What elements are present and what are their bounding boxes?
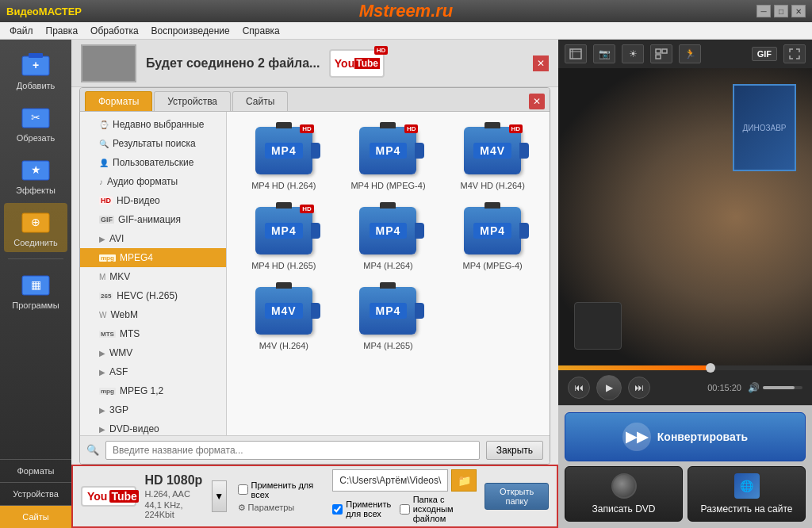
list-item-gif[interactable]: GIF GIF-анимация — [80, 210, 226, 229]
list-item-custom[interactable]: 👤 Пользовательские — [80, 153, 226, 172]
dialog-tab-formats[interactable]: Форматы — [85, 91, 152, 111]
list-item-mpeg12[interactable]: mpg MPEG 1,2 — [80, 381, 226, 400]
dialog-tab-devices[interactable]: Устройства — [154, 91, 231, 111]
dialog-tab-sites[interactable]: Сайты — [232, 91, 288, 111]
fullscreen-button[interactable] — [783, 44, 806, 63]
filter-tool-button[interactable] — [650, 44, 672, 63]
list-item-label: MPEG4 — [120, 252, 153, 263]
maximize-button[interactable]: □ — [774, 5, 788, 17]
format-name: HD 1080p — [144, 473, 203, 488]
format-item-mp4-h265[interactable]: MP4 HD MP4 HD (H.265) — [235, 200, 333, 274]
output-options: Применить для всех Папка с исходным файл… — [332, 495, 477, 523]
open-folder-button[interactable]: Открыть папку — [485, 483, 549, 510]
tube-text: Tube — [109, 490, 138, 503]
apply-all-checkbox[interactable] — [238, 484, 248, 495]
run-tool-button[interactable]: 🏃 — [679, 44, 701, 63]
source-folder-label: Папка с исходным файлом — [400, 495, 477, 523]
format-item-m4v-264-sd[interactable]: M4V M4V (H.264) — [235, 280, 333, 354]
hd-badge: HD — [509, 124, 523, 133]
format-icon: M4V — [252, 283, 316, 339]
format-item-mp4-mpeg4[interactable]: MP4 HD MP4 HD (MPEG-4) — [339, 120, 438, 193]
main-layout: + Добавить ✂ Обрезать ★ Эффекты — [0, 40, 812, 528]
movie-cover: ДИНОЗАВР — [733, 84, 796, 171]
content-area: Будет соединено 2 файла... You Tube HD ✕… — [71, 40, 558, 528]
sidebar-trim-button[interactable]: ✂ Обрезать — [4, 98, 67, 147]
brightness-tool-button[interactable]: ☀ — [622, 44, 644, 63]
dvd-button[interactable]: Записать DVD — [565, 466, 683, 522]
convert-button[interactable]: ▶▶ Конвертировать — [565, 412, 806, 461]
hd-badge: HD — [404, 124, 419, 133]
sidebar-join-button[interactable]: ⊕ Соединить — [4, 203, 67, 252]
gif-button[interactable]: GIF — [752, 47, 777, 61]
format-item-m4v-h264[interactable]: M4V HD M4V HD (H.264) — [443, 120, 542, 193]
crop-tool-button[interactable] — [565, 44, 587, 63]
menu-help[interactable]: Справка — [236, 24, 286, 38]
sidebar-effects-button[interactable]: ★ Эффекты — [4, 151, 67, 200]
title-bar: ВидеоМАСТЕР Mstreem.ru ─ □ ✕ — [0, 0, 812, 22]
sidebar-tab-formats[interactable]: Форматы — [0, 459, 71, 482]
format-sublabel: MP4 HD (H.264) — [251, 181, 316, 190]
website-button[interactable]: 🌐 Разместить на сайте — [688, 466, 806, 522]
folder-button[interactable]: 📁 — [451, 469, 477, 492]
format-dropdown-button[interactable]: ▼ — [212, 480, 227, 512]
menu-play[interactable]: Воспроизведение — [145, 24, 236, 38]
play-button[interactable]: ▶ — [596, 375, 622, 400]
apply-output-checkbox[interactable] — [332, 504, 343, 515]
minimize-button[interactable]: ─ — [756, 5, 771, 17]
camera-tool-button[interactable]: 📷 — [593, 44, 615, 63]
menu-process[interactable]: Обработка — [84, 24, 145, 38]
sidebar-tab-sites[interactable]: Сайты — [0, 505, 71, 528]
list-item-webm[interactable]: W WebM — [80, 305, 226, 324]
format-item-mp4-265-sd[interactable]: MP4 MP4 (H.265) — [339, 280, 438, 354]
list-item-mkv[interactable]: M MKV — [80, 267, 226, 286]
close-dialog-button[interactable]: Закрыть — [486, 441, 543, 460]
list-item-avi[interactable]: ▶ AVI — [80, 229, 226, 248]
list-item-audio[interactable]: ♪ Аудио форматы — [80, 172, 226, 191]
menu-file[interactable]: Файл — [3, 24, 40, 38]
format-specs-2: 44,1 KHz, 224Kbit — [144, 500, 203, 519]
search-input[interactable] — [105, 441, 480, 460]
list-item-hevc[interactable]: 265 HEVC (H.265) — [80, 286, 226, 305]
list-item-search[interactable]: 🔍 Результаты поиска — [80, 134, 226, 153]
sidebar-divider — [8, 258, 63, 259]
sidebar-tab-devices[interactable]: Устройства — [0, 482, 71, 505]
programs-icon: ▦ — [20, 270, 52, 299]
format-item-mp4-h264[interactable]: MP4 HD MP4 HD (H.264) — [235, 120, 333, 193]
list-item-label: HD-видео — [117, 195, 160, 206]
list-item-mts[interactable]: MTS MTS — [80, 324, 226, 343]
format-item-mp4-mpeg4-sd[interactable]: MP4 MP4 (MPEG-4) — [443, 200, 542, 274]
website-icon: 🌐 — [734, 473, 760, 499]
svg-text:▦: ▦ — [31, 278, 41, 291]
format-item-mp4-264[interactable]: MP4 MP4 (H.264) — [339, 200, 438, 274]
secondary-actions: Записать DVD 🌐 Разместить на сайте — [565, 466, 806, 522]
list-item-asf[interactable]: ▶ ASF — [80, 362, 226, 381]
menu-edit[interactable]: Правка — [40, 24, 85, 38]
svg-text:+: + — [33, 59, 39, 71]
volume-track[interactable] — [763, 386, 802, 389]
dvd-icon — [611, 473, 637, 499]
list-item-recent[interactable]: ⌚ Недавно выбранные — [80, 115, 226, 134]
list-item-dvd[interactable]: ▶ DVD-видео — [80, 419, 226, 435]
sidebar-programs-button[interactable]: ▦ Программы — [4, 266, 67, 315]
format-icon: MP4 — [461, 203, 524, 258]
banner-close-button[interactable]: ✕ — [533, 55, 549, 71]
list-item-hd[interactable]: HD HD-видео — [80, 191, 226, 210]
source-folder-checkbox[interactable] — [400, 504, 410, 515]
player-progress[interactable] — [558, 365, 812, 370]
window-controls: ─ □ ✕ — [756, 5, 806, 17]
list-item-mpeg4[interactable]: mpg MPEG4 — [80, 248, 226, 267]
dialog-close-button[interactable]: ✕ — [529, 94, 545, 109]
prev-button[interactable]: ⏮ — [568, 377, 590, 399]
list-item-wmv[interactable]: ▶ WMV — [80, 343, 226, 362]
close-window-button[interactable]: ✕ — [791, 5, 806, 17]
next-button[interactable]: ⏭ — [628, 377, 650, 399]
params-button[interactable]: ⚙ Параметры — [238, 503, 319, 513]
sidebar-add-button[interactable]: + Добавить — [4, 46, 67, 95]
you-text: You — [335, 57, 354, 70]
progress-thumb[interactable] — [706, 363, 715, 373]
format-specs-1: H.264, AAC — [144, 489, 203, 499]
list-item-3gp[interactable]: ▶ 3GP — [80, 400, 226, 419]
bottom-bar: You Tube HD 1080p H.264, AAC 44,1 KHz, 2… — [71, 465, 558, 528]
format-icon: M4V HD — [461, 123, 524, 178]
format-sublabel: MP4 HD (MPEG-4) — [350, 181, 425, 190]
